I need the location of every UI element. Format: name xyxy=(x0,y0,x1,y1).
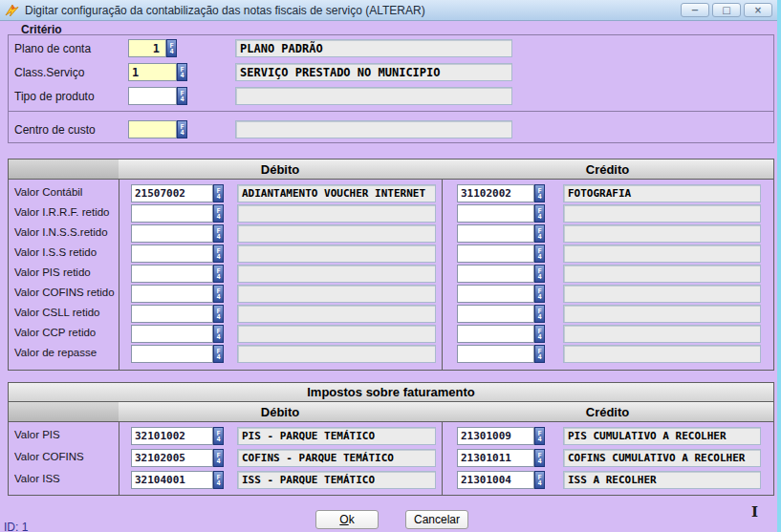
credit-account-input[interactable] xyxy=(457,427,534,445)
credit-account-input[interactable] xyxy=(457,184,534,202)
credit-account-input[interactable] xyxy=(457,325,534,343)
debit-account-input[interactable] xyxy=(131,449,213,467)
row-label: Valor I.S.S retido xyxy=(14,246,97,258)
credit-cell: F4 xyxy=(442,284,773,304)
credit-account-description xyxy=(563,224,761,243)
f4-lookup-button[interactable]: F4 xyxy=(534,325,545,343)
credit-account-description: COFINS CUMULATIVO A RECOLHER xyxy=(563,449,761,467)
f4-lookup-button[interactable]: F4 xyxy=(534,204,545,223)
close-icon[interactable]: × xyxy=(744,3,772,17)
debit-account-input[interactable] xyxy=(131,204,213,223)
cancel-button[interactable]: Cancelar xyxy=(405,510,468,529)
credit-account-input[interactable] xyxy=(457,345,534,363)
f4-lookup-button[interactable]: F4 xyxy=(213,427,224,445)
f4-lookup-button[interactable]: F4 xyxy=(534,285,545,303)
minimize-icon[interactable]: − xyxy=(681,3,709,17)
debit-account-description: COFINS - PARQUE TEMÁTICO xyxy=(237,449,436,467)
f4-lookup-button[interactable]: F4 xyxy=(534,305,545,323)
debit-cell: F4 ADIANTAMENTO VOUCHER INTERNET xyxy=(119,183,442,203)
f4-lookup-button[interactable]: F4 xyxy=(534,471,545,489)
debit-cell: F4 xyxy=(119,324,442,344)
credit-account-description xyxy=(563,245,761,263)
credit-account-description xyxy=(563,305,761,323)
f4-lookup-button[interactable]: F4 xyxy=(213,471,224,489)
header-corner-cell xyxy=(9,402,119,421)
credit-cell: F4 COFINS CUMULATIVO A RECOLHER xyxy=(442,448,773,470)
f4-lookup-button[interactable]: F4 xyxy=(534,265,545,283)
f4-lookup-button[interactable]: F4 xyxy=(213,285,224,303)
f4-lookup-button[interactable]: F4 xyxy=(534,184,545,202)
f4-lookup-button[interactable]: F4 xyxy=(534,224,545,243)
f4-lookup-button[interactable]: F4 xyxy=(213,345,224,363)
plano-de-conta-row: Plano de conta F4 PLANO PADRÃO xyxy=(9,39,773,57)
table-divider xyxy=(119,422,119,495)
credit-account-input[interactable] xyxy=(457,245,534,263)
credit-account-description xyxy=(563,265,761,283)
f4-lookup-button[interactable]: F4 xyxy=(177,120,187,138)
debit-account-input[interactable] xyxy=(131,285,213,303)
plano-de-conta-input[interactable] xyxy=(128,39,166,57)
debit-account-input[interactable] xyxy=(131,325,213,343)
credit-account-input[interactable] xyxy=(457,285,534,303)
impostos-header: Débito Crédito xyxy=(9,402,773,422)
debit-cell: F4 xyxy=(119,284,442,304)
credit-account-input[interactable] xyxy=(457,305,534,323)
f4-lookup-button[interactable]: F4 xyxy=(534,345,545,363)
debit-cell: F4 xyxy=(119,264,442,284)
debit-account-input[interactable] xyxy=(131,471,213,489)
f4-lookup-button[interactable]: F4 xyxy=(213,245,224,263)
f4-lookup-button[interactable]: F4 xyxy=(213,184,224,202)
table-row: Valor PIS retido F4 F4 xyxy=(9,264,773,284)
f4-lookup-button[interactable]: F4 xyxy=(213,325,224,343)
f4-lookup-button[interactable]: F4 xyxy=(177,63,187,81)
centro-custo-input[interactable] xyxy=(128,120,177,138)
row-label: Valor COFINS xyxy=(14,451,84,462)
row-label: Valor I.N.S.S.retido xyxy=(14,226,108,238)
table-row: Valor I.S.S retido F4 F4 xyxy=(9,244,773,264)
header-corner-cell xyxy=(9,160,119,179)
f4-lookup-button[interactable]: F4 xyxy=(166,39,177,57)
window-controls: − □ × xyxy=(681,3,776,17)
class-servico-row: Class.Serviço F4 SERVIÇO PRESTADO NO MUN… xyxy=(9,63,773,81)
debit-account-input[interactable] xyxy=(131,184,213,202)
debit-account-input[interactable] xyxy=(131,224,213,243)
credit-account-input[interactable] xyxy=(457,471,534,489)
f4-lookup-button[interactable]: F4 xyxy=(213,449,224,467)
tipo-produto-input[interactable] xyxy=(128,87,177,105)
table-divider xyxy=(442,180,443,370)
table-row: Valor ISS F4 ISS - PARQUE TEMÁTICO F4 IS… xyxy=(9,470,773,492)
credit-cell: F4 ISS A RECOLHER xyxy=(442,470,773,492)
debit-account-description xyxy=(237,285,436,303)
debit-cell: F4 xyxy=(119,244,442,264)
table-row: Valor COFINS retido F4 F4 xyxy=(9,284,773,304)
credit-account-input[interactable] xyxy=(457,204,534,223)
credit-header: Crédito xyxy=(442,402,773,421)
f4-lookup-button[interactable]: F4 xyxy=(213,305,224,323)
row-label: Valor COFINS retido xyxy=(14,287,115,298)
debit-account-input[interactable] xyxy=(131,245,213,263)
credit-account-input[interactable] xyxy=(457,265,534,283)
f4-lookup-button[interactable]: F4 xyxy=(534,449,545,467)
f4-lookup-button[interactable]: F4 xyxy=(534,427,545,445)
table-row: Valor CCP retido F4 F4 xyxy=(9,324,773,344)
table-divider xyxy=(119,180,119,370)
f4-lookup-button[interactable]: F4 xyxy=(534,245,545,263)
class-servico-input[interactable] xyxy=(128,63,177,81)
table-row: Valor I.N.S.S.retido F4 F4 xyxy=(9,223,773,244)
debit-account-input[interactable] xyxy=(131,345,213,363)
impostos-table: Impostos sobre faturamento Débito Crédit… xyxy=(8,382,774,496)
f4-lookup-button[interactable]: F4 xyxy=(213,224,224,243)
maximize-icon[interactable]: □ xyxy=(712,3,741,17)
debit-account-input[interactable] xyxy=(131,427,213,445)
f4-lookup-button[interactable]: F4 xyxy=(213,265,224,283)
debit-account-input[interactable] xyxy=(131,265,213,283)
lancamentos-table: Débito Crédito Valor Contábil F4 ADIANTA… xyxy=(8,159,774,371)
credit-account-input[interactable] xyxy=(457,449,534,467)
debit-account-input[interactable] xyxy=(131,305,213,323)
f4-lookup-button[interactable]: F4 xyxy=(213,204,224,223)
titlebar: Digitar configuração da contabilização d… xyxy=(0,0,781,21)
debit-account-description xyxy=(237,265,436,283)
f4-lookup-button[interactable]: F4 xyxy=(177,87,187,105)
ok-button[interactable]: Ok xyxy=(315,510,379,529)
credit-account-input[interactable] xyxy=(457,224,534,243)
